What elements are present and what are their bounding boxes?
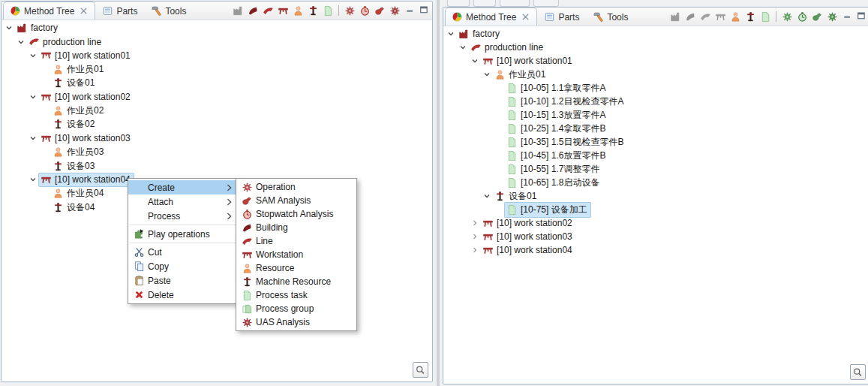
tree-item[interactable]: 设备01 xyxy=(443,189,868,203)
tree-item[interactable]: [10] work station01 xyxy=(2,49,432,62)
menu-item-resource[interactable]: Resource xyxy=(236,261,356,275)
chevron-right-icon[interactable] xyxy=(470,232,481,241)
tree-item-body[interactable]: [10-25] 1.4拿取零件B xyxy=(505,122,608,136)
menu-item-stopwatch-analysis[interactable]: Stopwatch Analysis xyxy=(236,207,356,221)
tree-item-body[interactable]: [10] work station03 xyxy=(39,132,134,145)
minimize-view-button[interactable] xyxy=(405,5,415,14)
tree-item[interactable]: 设备03 xyxy=(2,159,432,173)
tree-item-body[interactable]: 设备04 xyxy=(51,201,98,215)
tree-item[interactable]: [10-15] 1.3放置零件A xyxy=(443,108,868,122)
tree-item-body[interactable]: [10-10] 1.2目视检查零件A xyxy=(505,95,626,109)
tab-method-tree[interactable]: Method Tree xyxy=(3,2,95,20)
resource-button[interactable] xyxy=(728,10,743,24)
chevron-right-icon[interactable] xyxy=(470,219,481,228)
tree-item-body[interactable]: 作业员04 xyxy=(51,186,107,201)
line-button[interactable] xyxy=(260,4,275,18)
tree-item-body[interactable]: 设备01 xyxy=(493,189,539,204)
maximize-view-button[interactable] xyxy=(419,5,428,14)
tree-item[interactable]: 作业员03 xyxy=(2,146,432,159)
tree-item-body[interactable]: factory xyxy=(15,22,61,35)
menu-item-building[interactable]: Building xyxy=(236,221,356,234)
tree-item-body[interactable]: [10] work station04 xyxy=(481,244,575,257)
tree-item-body[interactable]: 作业员03 xyxy=(51,145,107,159)
chevron-down-icon[interactable] xyxy=(5,23,15,32)
tree-item-body[interactable]: [10-15] 1.3放置零件A xyxy=(505,108,608,122)
tree-item-body[interactable]: [10] work station03 xyxy=(481,231,575,243)
tree-item[interactable]: [10] work station01 xyxy=(443,54,868,68)
tree-item-body[interactable]: [10-45] 1.6放置零件B xyxy=(505,149,608,163)
machine-resource-button[interactable] xyxy=(743,10,758,24)
tree-item[interactable]: [10-05] 1.1拿取零件A xyxy=(443,81,868,95)
tab-tools[interactable]: Tools xyxy=(144,2,193,20)
menu-item-play-operations[interactable]: Play operations xyxy=(128,227,237,241)
chevron-down-icon[interactable] xyxy=(482,70,493,79)
zoom-search-button[interactable] xyxy=(850,364,866,380)
menu-item-delete[interactable]: Delete xyxy=(128,288,237,302)
tree-item[interactable]: [10] work station03 xyxy=(2,131,432,145)
menu-item-machine-resource[interactable]: Machine Resource xyxy=(236,275,356,288)
chevron-down-icon[interactable] xyxy=(470,56,481,65)
close-icon[interactable] xyxy=(521,12,530,22)
operation-button[interactable] xyxy=(342,4,357,18)
menu-item-process-task[interactable]: Process task xyxy=(236,288,356,302)
maximize-view-button[interactable] xyxy=(856,11,866,20)
sam-button[interactable] xyxy=(372,4,387,18)
tree-item-body[interactable]: [10-65] 1.8启动设备 xyxy=(505,176,602,190)
menu-item-copy[interactable]: Copy xyxy=(128,259,237,273)
factory-button[interactable] xyxy=(668,10,683,24)
zoom-search-button[interactable] xyxy=(413,362,428,378)
chevron-right-icon[interactable] xyxy=(470,246,481,255)
tree-item-body[interactable]: 设备03 xyxy=(51,159,98,173)
tree-item-body[interactable]: [10] work station01 xyxy=(39,49,134,62)
tree-item-body[interactable]: [10] work station02 xyxy=(39,91,134,104)
workstation-button[interactable] xyxy=(713,10,728,24)
tree-item[interactable]: [10-55] 1.7调整零件 xyxy=(443,162,868,176)
chevron-down-icon[interactable] xyxy=(482,191,493,201)
menu-item-uas-analysis[interactable]: UAS Analysis xyxy=(236,315,356,329)
tree-item[interactable]: [10-45] 1.6放置零件B xyxy=(443,149,868,162)
process-task-button[interactable] xyxy=(758,10,773,24)
menu-item-process[interactable]: Process xyxy=(128,209,237,223)
workstation-button[interactable] xyxy=(275,4,290,18)
menu-item-paste[interactable]: Paste xyxy=(128,273,237,288)
tree-item-body[interactable]: 作业员02 xyxy=(51,104,107,118)
menu-item-process-group[interactable]: Process group xyxy=(236,302,356,315)
tree-item[interactable]: production line xyxy=(2,35,432,48)
tree-item-body[interactable]: [10-35] 1.5目视检查零件B xyxy=(505,135,626,149)
tree-item[interactable]: [10-75] 设备加工 xyxy=(443,203,868,216)
tree-item-body[interactable]: 设备02 xyxy=(51,117,98,131)
close-icon[interactable] xyxy=(79,6,89,16)
tree-item[interactable]: 作业员01 xyxy=(2,62,432,76)
chevron-down-icon[interactable] xyxy=(29,175,39,184)
tree-item-body[interactable]: factory xyxy=(457,28,503,41)
tab-method-tree[interactable]: Method Tree xyxy=(445,8,537,26)
selected-tree-item[interactable]: [10-75] 设备加工 xyxy=(505,203,590,217)
factory-button[interactable] xyxy=(230,4,245,18)
tree-item-body[interactable]: production line xyxy=(27,35,104,48)
tree-item[interactable]: [10] work station04 xyxy=(443,243,868,257)
chevron-down-icon[interactable] xyxy=(29,134,39,143)
tree-item[interactable]: factory xyxy=(443,27,868,41)
tree-item[interactable]: 设备01 xyxy=(2,77,432,90)
machine-resource-button[interactable] xyxy=(305,4,320,18)
tree-item[interactable]: production line xyxy=(443,41,868,54)
tab-parts[interactable]: Parts xyxy=(537,8,586,26)
tree-item-body[interactable]: 作业员01 xyxy=(493,68,548,82)
tree-item[interactable]: 作业员02 xyxy=(2,104,432,117)
tree-item-body[interactable]: [10-05] 1.1拿取零件A xyxy=(505,81,608,95)
panel-sash[interactable] xyxy=(434,0,442,386)
chevron-down-icon[interactable] xyxy=(446,29,457,38)
tree-item-body[interactable]: [10] work station02 xyxy=(481,217,575,230)
chevron-down-icon[interactable] xyxy=(458,43,469,52)
menu-item-cut[interactable]: Cut xyxy=(128,245,237,259)
chevron-down-icon[interactable] xyxy=(17,38,27,47)
tree-item[interactable]: [10] work station03 xyxy=(443,230,868,243)
menu-item-operation[interactable]: Operation xyxy=(236,180,356,194)
tree-item[interactable]: [10-10] 1.2目视检查零件A xyxy=(443,95,868,108)
menu-item-sam-analysis[interactable]: SAM Analysis xyxy=(236,194,356,207)
operation-button[interactable] xyxy=(779,10,794,24)
process-task-button[interactable] xyxy=(320,4,335,18)
tree-item[interactable]: [10] work station02 xyxy=(443,216,868,230)
uas-button[interactable] xyxy=(387,4,402,18)
tree-item[interactable]: 作业员01 xyxy=(443,68,868,81)
